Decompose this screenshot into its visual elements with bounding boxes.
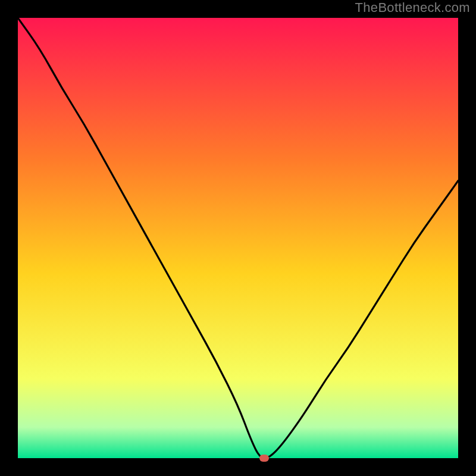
chart-frame: TheBottleneck.com: [0, 0, 476, 476]
plot-svg: [18, 18, 458, 458]
gradient-background: [18, 18, 458, 458]
watermark-text: TheBottleneck.com: [355, 0, 470, 15]
optimum-marker-icon: [259, 455, 269, 462]
plot-area: [18, 18, 458, 458]
